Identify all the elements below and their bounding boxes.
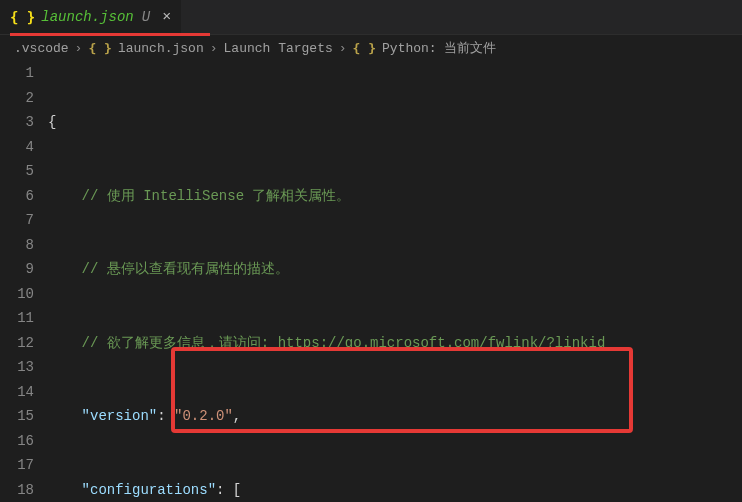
breadcrumb-item[interactable]: Launch Targets	[224, 41, 333, 56]
breadcrumb[interactable]: .vscode › { } launch.json › Launch Targe…	[0, 35, 742, 61]
code-area[interactable]: { // 使用 IntelliSense 了解相关属性。 // 悬停以查看现有属…	[48, 61, 742, 502]
tab-git-status: U	[142, 9, 150, 25]
line-number: 3	[0, 110, 34, 135]
line-number: 5	[0, 159, 34, 184]
chevron-right-icon: ›	[210, 41, 218, 56]
line-number: 16	[0, 429, 34, 454]
chevron-right-icon: ›	[75, 41, 83, 56]
code-line: "configurations": [	[48, 478, 742, 503]
line-number: 12	[0, 331, 34, 356]
code-line: "version": "0.2.0",	[48, 404, 742, 429]
annotation-underline	[10, 33, 210, 36]
code-line: {	[48, 110, 742, 135]
line-number: 1	[0, 61, 34, 86]
breadcrumb-item[interactable]: .vscode	[14, 41, 69, 56]
tab-launch-json[interactable]: { } launch.json U ×	[0, 0, 182, 34]
line-number: 17	[0, 453, 34, 478]
tab-bar: { } launch.json U ×	[0, 0, 742, 35]
line-number: 13	[0, 355, 34, 380]
code-editor[interactable]: 1 2 3 4 5 6 7 8 9 10 11 12 13 14 15 16 1…	[0, 61, 742, 502]
line-number: 8	[0, 233, 34, 258]
close-icon[interactable]: ×	[162, 10, 171, 25]
line-number: 2	[0, 86, 34, 111]
line-number: 15	[0, 404, 34, 429]
code-line: // 使用 IntelliSense 了解相关属性。	[48, 184, 742, 209]
line-number-gutter: 1 2 3 4 5 6 7 8 9 10 11 12 13 14 15 16 1…	[0, 61, 48, 502]
line-number: 11	[0, 306, 34, 331]
line-number: 18	[0, 478, 34, 503]
json-file-icon: { }	[88, 41, 111, 56]
json-brace-icon: { }	[353, 41, 376, 56]
line-number: 9	[0, 257, 34, 282]
json-file-icon: { }	[10, 9, 35, 25]
line-number: 6	[0, 184, 34, 209]
line-number: 10	[0, 282, 34, 307]
code-line: // 欲了解更多信息，请访问: https://go.microsoft.com…	[48, 331, 742, 356]
breadcrumb-item[interactable]: Python: 当前文件	[382, 39, 496, 57]
tab-filename: launch.json	[41, 9, 133, 25]
line-number: 14	[0, 380, 34, 405]
line-number: 4	[0, 135, 34, 160]
chevron-right-icon: ›	[339, 41, 347, 56]
line-number: 7	[0, 208, 34, 233]
code-line: // 悬停以查看现有属性的描述。	[48, 257, 742, 282]
breadcrumb-item[interactable]: launch.json	[118, 41, 204, 56]
